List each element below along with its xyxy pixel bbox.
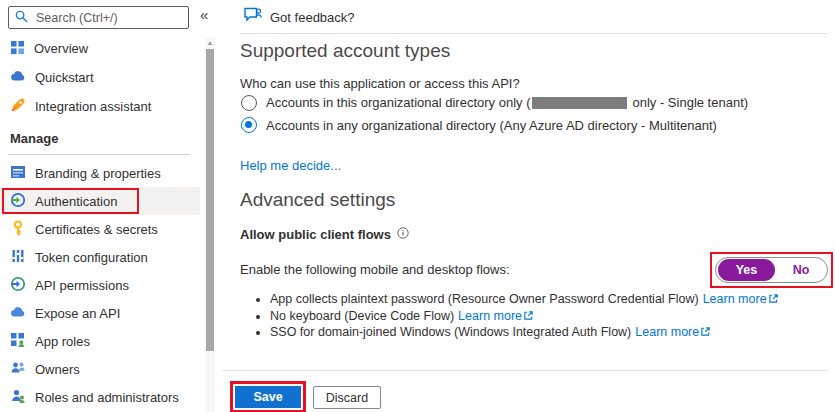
got-feedback-label: Got feedback? xyxy=(270,10,355,25)
radio-button-selected[interactable] xyxy=(241,117,257,133)
certificates-icon xyxy=(10,220,26,239)
save-button[interactable]: Save xyxy=(235,386,301,408)
supported-account-types-heading: Supported account types xyxy=(240,40,450,62)
sidebar-scrollbar[interactable]: ▲ xyxy=(205,38,215,412)
search-input[interactable] xyxy=(34,10,182,26)
sidebar-item-label: Authentication xyxy=(35,194,117,209)
sidebar-item-label: Certificates & secrets xyxy=(35,222,158,237)
sidebar-item-token-configuration[interactable]: Token configuration xyxy=(0,243,200,271)
sidebar-item-label: Roles and administrators xyxy=(35,390,179,405)
red-highlight-box-toggle: Yes No xyxy=(710,252,833,288)
sidebar-item-authentication[interactable]: Authentication xyxy=(0,187,200,215)
scrollbar-thumb[interactable] xyxy=(206,49,214,351)
bullet-text: App collects plaintext password (Resourc… xyxy=(270,292,699,306)
public-client-flows-toggle[interactable]: Yes No xyxy=(715,257,828,283)
learn-more-link[interactable]: Learn more xyxy=(703,292,767,306)
flows-bullet-list: App collects plaintext password (Resourc… xyxy=(254,292,779,342)
token-configuration-icon xyxy=(10,248,26,267)
authentication-icon xyxy=(10,192,26,211)
expose-api-icon xyxy=(10,304,26,323)
roles-administrators-icon xyxy=(10,388,26,407)
search-icon xyxy=(15,10,28,26)
learn-more-link[interactable]: Learn more xyxy=(458,309,522,323)
sidebar-divider xyxy=(8,154,190,155)
sidebar-item-label: Token configuration xyxy=(35,250,148,265)
sidebar-item-integration-assistant[interactable]: Integration assistant xyxy=(0,92,200,121)
sidebar-item-app-roles[interactable]: App roles xyxy=(0,327,200,355)
radio-button-unselected[interactable] xyxy=(241,95,257,111)
sidebar-item-expose-an-api[interactable]: Expose an API xyxy=(0,299,200,327)
learn-more-link[interactable]: Learn more xyxy=(635,325,699,339)
sidebar-item-label: Integration assistant xyxy=(35,99,151,114)
sidebar-item-owners[interactable]: Owners xyxy=(0,355,200,383)
sidebar-item-label: Expose an API xyxy=(35,306,120,321)
external-link-icon xyxy=(768,293,779,307)
external-link-icon xyxy=(700,326,711,340)
feedback-icon xyxy=(243,7,262,27)
sidebar-item-api-permissions[interactable]: API permissions xyxy=(0,271,200,299)
radio-single-tenant-label: Accounts in this organizational director… xyxy=(266,95,748,111)
list-item: No keyboard (Device Code Flow)Learn more xyxy=(270,309,779,326)
help-me-decide-link[interactable]: Help me decide... xyxy=(240,158,341,173)
collapse-sidebar-icon[interactable]: « xyxy=(200,6,208,23)
red-highlight-box-save: Save xyxy=(230,381,306,412)
toggle-no-option[interactable]: No xyxy=(775,263,827,277)
list-item: SSO for domain-joined Windows (Windows I… xyxy=(270,325,779,342)
sidebar-search-box[interactable] xyxy=(8,6,189,29)
discard-button[interactable]: Discard xyxy=(313,386,381,409)
api-permissions-icon xyxy=(10,276,26,295)
external-link-icon xyxy=(523,310,534,324)
header-divider xyxy=(240,33,828,34)
allow-public-client-flows-label: Allow public client flows xyxy=(240,227,391,242)
allow-public-client-flows-row: Allow public client flows xyxy=(240,227,409,242)
footer-divider xyxy=(222,370,828,371)
sidebar-item-roles-and-administrators[interactable]: Roles and administrators xyxy=(0,383,200,411)
overview-icon xyxy=(10,40,25,58)
got-feedback-button[interactable]: Got feedback? xyxy=(243,7,355,27)
sidebar-item-branding[interactable]: Branding & properties xyxy=(0,159,200,187)
sidebar-item-quickstart[interactable]: Quickstart xyxy=(0,63,200,92)
sidebar-item-label: Quickstart xyxy=(35,70,94,85)
info-icon[interactable] xyxy=(397,227,409,242)
who-can-use-question: Who can use this application or access t… xyxy=(240,76,520,91)
app-roles-icon xyxy=(10,332,26,351)
owners-icon xyxy=(10,360,26,379)
sidebar-item-label: Branding & properties xyxy=(35,166,161,181)
radio-multitenant[interactable]: Accounts in any organizational directory… xyxy=(241,117,717,133)
bullet-text: SSO for domain-joined Windows (Windows I… xyxy=(270,325,631,339)
enable-flows-label: Enable the following mobile and desktop … xyxy=(240,262,510,277)
scrollbar-up-arrow-icon[interactable]: ▲ xyxy=(205,39,215,47)
radio-multitenant-label: Accounts in any organizational directory… xyxy=(266,118,717,133)
quickstart-icon xyxy=(10,68,26,87)
redacted-tenant-name xyxy=(532,97,627,109)
toggle-yes-option[interactable]: Yes xyxy=(718,259,775,281)
sidebar-item-label: Owners xyxy=(35,362,80,377)
sidebar-item-certificates-secrets[interactable]: Certificates & secrets xyxy=(0,215,200,243)
branding-icon xyxy=(10,164,26,183)
radio-single-tenant[interactable]: Accounts in this organizational director… xyxy=(241,95,748,111)
sidebar-item-overview[interactable]: Overview xyxy=(0,34,200,63)
list-item: App collects plaintext password (Resourc… xyxy=(270,292,779,309)
sidebar-item-label: Overview xyxy=(34,41,88,56)
sidebar-item-label: App roles xyxy=(35,334,90,349)
app-sidebar: « Overview Quickstart Integration assist… xyxy=(0,0,220,412)
radio-label-prefix: Accounts in this organizational director… xyxy=(266,95,530,110)
sidebar-nav: Overview Quickstart Integration assistan… xyxy=(0,34,200,411)
sidebar-item-label: API permissions xyxy=(35,278,129,293)
integration-assistant-icon xyxy=(10,97,26,116)
bullet-text: No keyboard (Device Code Flow) xyxy=(270,309,454,323)
sidebar-section-manage: Manage xyxy=(0,121,200,150)
radio-label-suffix: only - Single tenant) xyxy=(632,95,748,110)
main-pane: Got feedback? Supported account types Wh… xyxy=(240,0,835,412)
advanced-settings-heading: Advanced settings xyxy=(240,189,395,211)
